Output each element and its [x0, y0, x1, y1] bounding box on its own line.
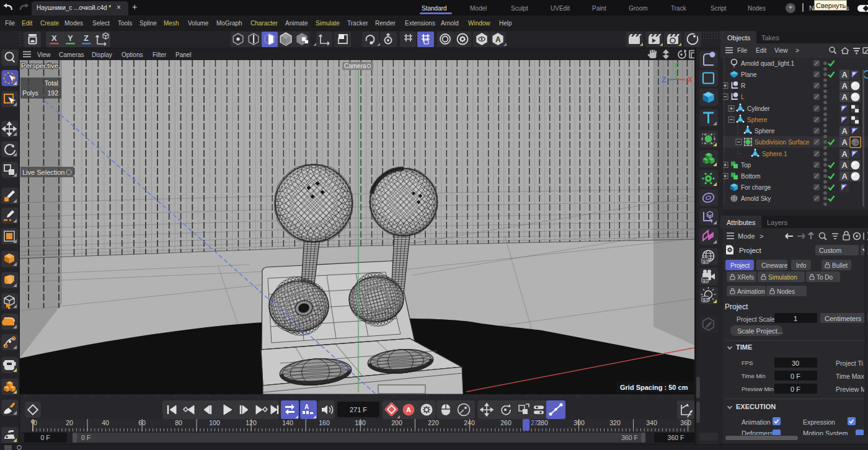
svg-text:A: A [406, 406, 411, 413]
svg-text:Top: Top [741, 162, 751, 169]
svg-text:X: X [688, 76, 693, 84]
svg-text:A: A [842, 161, 848, 170]
svg-text:140: 140 [282, 419, 293, 426]
svg-text:Sphere: Sphere [755, 128, 775, 135]
svg-text:>: > [760, 232, 763, 240]
svg-text:ST: ST [703, 278, 709, 283]
svg-text:200: 200 [391, 419, 402, 426]
svg-text:Cylinder: Cylinder [747, 105, 770, 112]
svg-text:271: 271 [531, 419, 542, 426]
svg-text:A: A [842, 126, 848, 136]
svg-text:L: L [741, 94, 745, 100]
svg-text:271 F: 271 F [350, 406, 367, 413]
svg-text:Live Selection: Live Selection [22, 169, 65, 176]
svg-text:100: 100 [209, 419, 220, 426]
svg-text:Z: Z [662, 76, 666, 84]
svg-text:Plane: Plane [741, 71, 757, 78]
svg-text:Camera: Camera [344, 63, 366, 69]
svg-text:80: 80 [175, 419, 182, 426]
svg-text:R: R [741, 82, 745, 89]
svg-text:Perspective: Perspective [21, 62, 58, 69]
svg-text:Sphere.1: Sphere.1 [762, 151, 787, 157]
svg-text:340: 340 [646, 419, 657, 426]
svg-text:0 F: 0 F [81, 434, 91, 441]
svg-text:40: 40 [102, 419, 109, 426]
svg-text:Y: Y [673, 61, 678, 70]
svg-text:A: A [842, 92, 848, 102]
svg-text:360: 360 [680, 419, 691, 426]
svg-text:ST: ST [703, 259, 709, 263]
svg-text:Sphere: Sphere [747, 117, 768, 123]
svg-text:260: 260 [500, 419, 512, 426]
svg-text:0 F: 0 F [40, 434, 50, 441]
svg-text:192: 192 [47, 89, 58, 97]
svg-text:Y: Y [68, 33, 73, 43]
svg-text:Total: Total [45, 79, 58, 87]
svg-text:A: A [495, 35, 501, 44]
svg-text:Mode: Mode [738, 232, 755, 240]
svg-text:20: 20 [66, 419, 73, 426]
svg-text:A: A [842, 149, 848, 159]
svg-text:160: 160 [319, 419, 330, 426]
svg-text:ST: ST [703, 298, 709, 302]
svg-text:Arnold quad_light.1: Arnold quad_light.1 [741, 60, 795, 67]
svg-text:220: 220 [428, 419, 439, 426]
svg-text:A: A [842, 81, 848, 90]
svg-text:320: 320 [609, 419, 621, 426]
svg-text:360 F: 360 F [668, 434, 684, 441]
svg-text:X: X [51, 33, 57, 43]
svg-text:Arnold Sky: Arnold Sky [741, 195, 771, 202]
svg-text:A: A [842, 172, 848, 181]
svg-text:A: A [842, 70, 848, 79]
svg-text:For charge: For charge [741, 184, 771, 191]
svg-text:Subdivision Surface: Subdivision Surface [755, 139, 810, 146]
svg-text:A: A [842, 138, 848, 147]
svg-text:Bottom: Bottom [741, 173, 761, 180]
svg-text:Z: Z [84, 33, 89, 43]
svg-text:360 F: 360 F [621, 434, 638, 441]
svg-text:A: A [304, 404, 309, 410]
svg-text:300: 300 [574, 419, 585, 426]
svg-text:Grid Spacing : 50 cm: Grid Spacing : 50 cm [620, 384, 688, 391]
svg-text:Polys: Polys [22, 89, 38, 97]
